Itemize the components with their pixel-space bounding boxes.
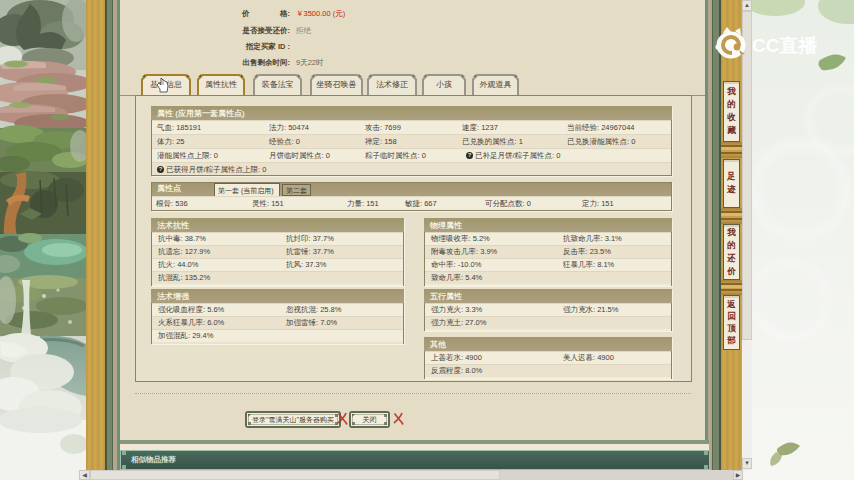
svg-text:CC直播: CC直播 <box>752 35 818 56</box>
